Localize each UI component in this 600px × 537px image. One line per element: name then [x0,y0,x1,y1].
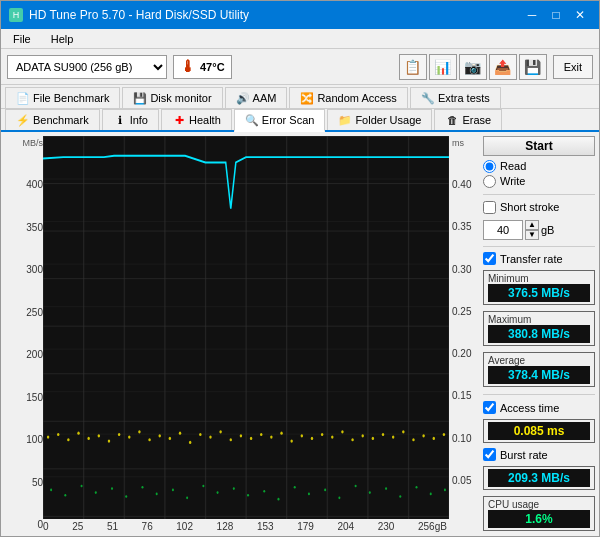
toolbar-btn-4[interactable]: 📤 [489,54,517,80]
average-stat: Average 378.4 MB/s [483,352,595,387]
disk-selector[interactable]: ADATA SU900 (256 gB) [7,55,167,79]
svg-point-65 [95,491,97,494]
transfer-rate-checkbox[interactable] [483,252,496,265]
svg-point-70 [172,489,174,492]
access-time-stat: 0.085 ms [483,419,595,443]
tab-aam[interactable]: 🔊 AAM [225,87,288,108]
x-label-256: 256gB [418,521,447,532]
extra-tests-icon: 🔧 [421,91,435,105]
write-radio[interactable] [483,175,496,188]
gb-unit-label: gB [541,224,554,236]
tabs-row2: ⚡ Benchmark ℹ Info ✚ Health 🔍 Error Scan… [1,109,599,132]
tab-erase-label: Erase [462,114,491,126]
chart-container: MB/s 400 350 300 250 200 150 100 50 0 [1,132,479,536]
svg-point-30 [128,436,130,439]
title-bar: H HD Tune Pro 5.70 - Hard Disk/SSD Utili… [1,1,599,29]
tab-disk-monitor[interactable]: 💾 Disk monitor [122,87,222,108]
y-label-0: 0 [5,519,43,530]
app-icon: H [9,8,23,22]
write-option[interactable]: Write [483,175,595,188]
tab-info[interactable]: ℹ Info [102,109,159,130]
svg-point-68 [141,486,143,489]
svg-point-67 [125,495,127,498]
svg-point-54 [372,437,374,440]
toolbar-btn-5[interactable]: 💾 [519,54,547,80]
burst-rate-stat: 209.3 MB/s [483,466,595,490]
toolbar-btn-3[interactable]: 📷 [459,54,487,80]
svg-point-56 [392,436,394,439]
maximize-button[interactable]: □ [545,7,567,23]
y-axis-right: ms 0.40 0.35 0.30 0.25 0.20 0.15 0.10 0.… [449,136,479,519]
main-window: H HD Tune Pro 5.70 - Hard Disk/SSD Utili… [0,0,600,537]
access-time-checkbox[interactable] [483,401,496,414]
divider-3 [483,394,595,395]
short-stroke-label: Short stroke [500,201,559,213]
read-radio[interactable] [483,160,496,173]
gb-input[interactable] [483,220,523,240]
svg-point-57 [402,430,404,433]
tab-error-scan[interactable]: 🔍 Error Scan [234,109,326,132]
x-label-76: 76 [142,521,153,532]
maximum-label: Maximum [488,314,590,325]
svg-point-59 [422,434,424,437]
svg-point-82 [355,485,357,488]
toolbar-btn-1[interactable]: 📋 [399,54,427,80]
tab-aam-label: AAM [253,92,277,104]
toolbar-btn-2[interactable]: 📊 [429,54,457,80]
y-label-100: 100 [5,434,43,445]
y-right-030: 0.30 [452,264,479,275]
write-label: Write [500,175,525,187]
close-button[interactable]: ✕ [569,7,591,23]
menu-help[interactable]: Help [47,32,78,46]
svg-point-26 [87,437,89,440]
chart-and-right: ms 0.40 0.35 0.30 0.25 0.20 0.15 0.10 0.… [43,136,479,519]
svg-point-27 [98,434,100,437]
tab-benchmark[interactable]: ⚡ Benchmark [5,109,100,130]
spin-down-button[interactable]: ▼ [525,230,539,240]
y-label-unit: MB/s [5,138,43,148]
burst-rate-checkbox[interactable] [483,448,496,461]
tab-error-scan-label: Error Scan [262,114,315,126]
tab-extra-tests[interactable]: 🔧 Extra tests [410,87,501,108]
read-label: Read [500,160,526,172]
x-label-230: 230 [378,521,395,532]
temperature-value: 47°C [200,61,225,73]
menu-file[interactable]: File [9,32,35,46]
tab-health[interactable]: ✚ Health [161,109,232,130]
spin-buttons: ▲ ▼ [525,220,539,240]
svg-point-84 [385,487,387,490]
x-label-128: 128 [217,521,234,532]
spin-up-button[interactable]: ▲ [525,220,539,230]
tab-folder-usage[interactable]: 📁 Folder Usage [327,109,432,130]
svg-point-50 [331,436,333,439]
read-write-group: Read Write [483,160,595,188]
info-icon: ℹ [113,113,127,127]
menu-bar: File Help [1,29,599,49]
tab-info-label: Info [130,114,148,126]
read-option[interactable]: Read [483,160,595,173]
temperature-badge: 🌡 47°C [173,55,232,79]
access-time-value: 0.085 ms [488,422,590,440]
short-stroke-item[interactable]: Short stroke [483,201,595,214]
svg-point-78 [294,486,296,489]
tab-random-access[interactable]: 🔀 Random Access [289,87,407,108]
svg-point-25 [77,432,79,435]
transfer-rate-item[interactable]: Transfer rate [483,252,595,265]
average-value: 378.4 MB/s [488,366,590,384]
short-stroke-checkbox[interactable] [483,201,496,214]
start-button[interactable]: Start [483,136,595,156]
access-time-item[interactable]: Access time [483,401,595,414]
burst-rate-item[interactable]: Burst rate [483,448,595,461]
svg-point-41 [240,434,242,437]
exit-button[interactable]: Exit [553,55,593,79]
svg-point-85 [399,495,401,498]
tab-erase[interactable]: 🗑 Erase [434,109,502,130]
y-right-005: 0.05 [452,475,479,486]
access-time-label: Access time [500,402,559,414]
svg-point-63 [64,494,66,497]
minimize-button[interactable]: ─ [521,7,543,23]
tab-file-benchmark[interactable]: 📄 File Benchmark [5,87,120,108]
y-right-040: 0.40 [452,179,479,190]
health-icon: ✚ [172,113,186,127]
svg-point-79 [308,493,310,496]
